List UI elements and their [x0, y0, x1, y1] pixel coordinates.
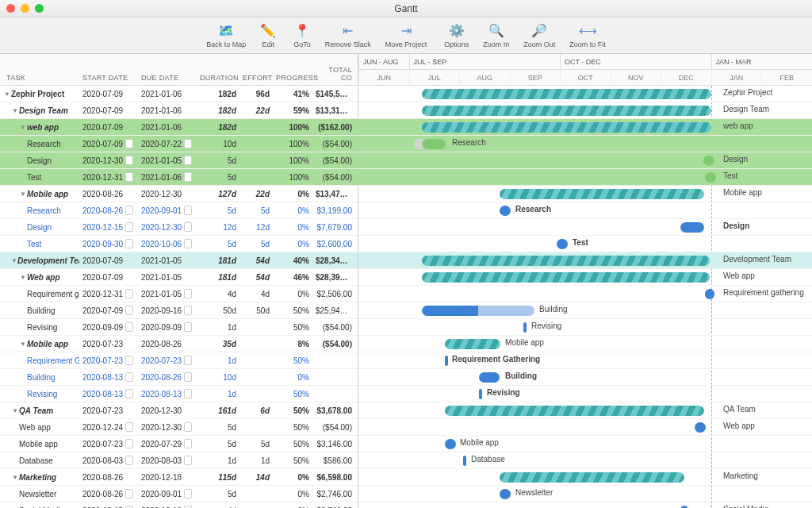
- due-date-cell[interactable]: 2020-09-01: [138, 206, 197, 215]
- duration-cell[interactable]: 35d: [197, 340, 239, 348]
- start-date-cell[interactable]: 2020-07-09: [79, 123, 138, 132]
- cost-cell[interactable]: $13,316.00: [312, 106, 355, 115]
- date-picker-icon[interactable]: [125, 422, 133, 432]
- gantt-bar[interactable]: [479, 389, 482, 399]
- duration-cell[interactable]: 182d: [197, 123, 239, 132]
- start-date-cell[interactable]: 2020-08-13: [79, 372, 138, 382]
- duration-cell[interactable]: 182d: [197, 106, 239, 115]
- col-task[interactable]: TASK: [0, 74, 79, 82]
- move-project-button[interactable]: ⇥Move Project: [381, 21, 432, 50]
- progress-cell[interactable]: 100%: [273, 140, 312, 148]
- progress-cell[interactable]: 50%: [273, 390, 312, 398]
- duration-cell[interactable]: 127d: [197, 190, 239, 198]
- date-picker-icon[interactable]: [184, 206, 192, 215]
- effort-cell[interactable]: 4d: [239, 290, 273, 298]
- effort-cell[interactable]: 5d: [239, 206, 273, 215]
- task-name-cell[interactable]: Test: [0, 240, 79, 248]
- task-row[interactable]: Test2020-09-302020-10-065d5d0%$2,600.00: [0, 236, 358, 252]
- cost-cell[interactable]: $7,679.00: [312, 223, 355, 232]
- gantt-bar[interactable]: [523, 322, 527, 333]
- duration-cell[interactable]: 12d: [197, 223, 239, 232]
- gantt-bar[interactable]: [445, 356, 448, 366]
- gantt-bar[interactable]: [445, 339, 500, 349]
- effort-cell[interactable]: 5d: [239, 240, 273, 248]
- task-row[interactable]: Social Media2020-12-152020-12-184d0%$2,7…: [0, 502, 358, 508]
- progress-cell[interactable]: 100%: [273, 123, 312, 132]
- progress-cell[interactable]: 41%: [273, 90, 312, 98]
- effort-cell[interactable]: 22d: [239, 190, 273, 198]
- effort-cell[interactable]: 54d: [239, 273, 273, 282]
- date-picker-icon[interactable]: [125, 222, 133, 232]
- task-row[interactable]: ▼Marketing2020-08-262020-12-18115d14d0%$…: [0, 469, 358, 486]
- cost-cell[interactable]: $25,946.00: [312, 306, 355, 315]
- gantt-bar[interactable]: [500, 472, 684, 483]
- task-row[interactable]: Database2020-08-032020-08-031d1d50%$586.…: [0, 452, 358, 469]
- task-row[interactable]: ▼Mobile app2020-07-232020-08-2635d8%($54…: [0, 336, 358, 352]
- due-date-cell[interactable]: 2020-07-22: [138, 139, 197, 148]
- progress-cell[interactable]: 8%: [273, 340, 312, 348]
- duration-cell[interactable]: 5d: [197, 173, 239, 182]
- date-picker-icon[interactable]: [125, 306, 133, 315]
- date-picker-icon[interactable]: [125, 389, 133, 398]
- task-name-cell[interactable]: Test: [0, 173, 79, 182]
- gantt-bar[interactable]: [500, 489, 511, 499]
- progress-cell[interactable]: 50%: [273, 423, 312, 432]
- duration-cell[interactable]: 181d: [197, 273, 239, 282]
- due-date-cell[interactable]: 2020-07-23: [138, 356, 197, 365]
- cost-cell[interactable]: $3,199.00: [312, 206, 355, 215]
- start-date-cell[interactable]: 2020-12-15: [79, 222, 138, 232]
- back-to-map-button[interactable]: 🗺️Back to Map: [201, 21, 251, 50]
- effort-cell[interactable]: 96d: [239, 90, 273, 98]
- due-date-cell[interactable]: 2020-08-03: [138, 456, 197, 465]
- task-name-cell[interactable]: Design: [0, 156, 79, 165]
- maximize-icon[interactable]: [35, 4, 44, 13]
- task-name-cell[interactable]: Design: [0, 223, 79, 232]
- duration-cell[interactable]: 10d: [197, 373, 239, 382]
- start-date-cell[interactable]: 2020-12-31: [79, 289, 138, 298]
- date-picker-icon[interactable]: [184, 489, 192, 498]
- progress-cell[interactable]: 50%: [273, 356, 312, 365]
- task-name-cell[interactable]: Requirement ga: [0, 290, 79, 298]
- gantt-bar[interactable]: [422, 256, 710, 266]
- progress-cell[interactable]: 0%: [273, 190, 312, 198]
- task-row[interactable]: Test2020-12-312021-01-065d100%($54.00): [0, 169, 358, 186]
- date-picker-icon[interactable]: [125, 156, 133, 165]
- cost-cell[interactable]: $145,586.0: [312, 90, 355, 98]
- duration-cell[interactable]: 1d: [197, 356, 239, 365]
- task-row[interactable]: Design2020-12-302021-01-055d100%($54.00): [0, 152, 358, 169]
- task-row[interactable]: Research2020-07-092020-07-2210d100%($54.…: [0, 136, 358, 152]
- duration-cell[interactable]: 4d: [197, 290, 239, 298]
- due-date-cell[interactable]: 2021-01-05: [138, 273, 197, 282]
- date-picker-icon[interactable]: [125, 289, 133, 298]
- date-picker-icon[interactable]: [184, 222, 192, 232]
- progress-cell[interactable]: 0%: [273, 223, 312, 232]
- due-date-cell[interactable]: 2020-09-09: [138, 322, 197, 332]
- gantt-bar[interactable]: [422, 139, 446, 149]
- start-date-cell[interactable]: 2020-07-09: [79, 139, 138, 148]
- gantt-bar[interactable]: [705, 289, 714, 299]
- options-button[interactable]: ⚙️Options: [439, 21, 473, 50]
- progress-cell[interactable]: 0%: [273, 373, 312, 382]
- zoom-fit-button[interactable]: ⟷Zoom to Fit: [565, 21, 611, 50]
- duration-cell[interactable]: 182d: [197, 90, 239, 98]
- date-picker-icon[interactable]: [184, 172, 192, 182]
- date-picker-icon[interactable]: [125, 172, 133, 182]
- task-row[interactable]: Requirement Ga2020-07-232020-07-231d50%: [0, 352, 358, 369]
- start-date-cell[interactable]: 2020-07-09: [79, 256, 138, 265]
- date-picker-icon[interactable]: [184, 306, 192, 315]
- task-row[interactable]: ▼Design Team2020-07-092021-01-06182d22d5…: [0, 102, 358, 119]
- due-date-cell[interactable]: 2020-12-18: [138, 473, 197, 482]
- progress-cell[interactable]: 50%: [273, 406, 312, 415]
- effort-cell[interactable]: 1d: [239, 456, 273, 465]
- task-name-cell[interactable]: Building: [0, 306, 79, 315]
- date-picker-icon[interactable]: [184, 372, 192, 382]
- effort-cell[interactable]: 6d: [239, 406, 273, 415]
- effort-cell[interactable]: 54d: [239, 256, 273, 265]
- cost-cell[interactable]: $3,678.00: [312, 406, 355, 415]
- col-progress[interactable]: PROGRESS: [273, 74, 312, 82]
- task-name-cell[interactable]: ▼Mobile app: [0, 340, 79, 348]
- task-row[interactable]: ▼Web app2020-07-092021-01-05181d54d46%$2…: [0, 269, 358, 286]
- gantt-bar[interactable]: [557, 239, 568, 249]
- gantt-bar[interactable]: [479, 372, 500, 383]
- duration-cell[interactable]: 1d: [197, 390, 239, 398]
